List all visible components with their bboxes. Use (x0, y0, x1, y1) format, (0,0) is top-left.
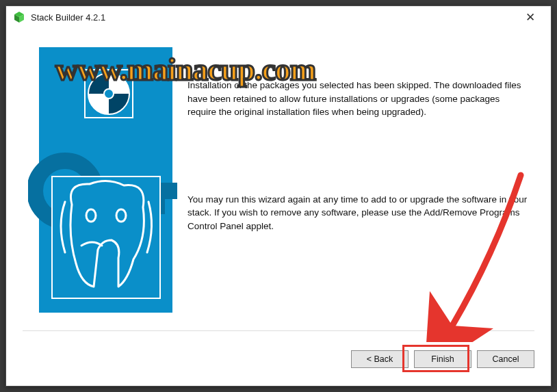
footer-separator (23, 330, 534, 331)
svg-point-10 (116, 209, 126, 222)
rerun-message: You may run this wizard again at any tim… (187, 193, 530, 233)
close-icon[interactable]: ✕ (517, 10, 544, 25)
titlebar: Stack Builder 4.2.1 ✕ (6, 6, 551, 28)
finish-button[interactable]: Finish (414, 350, 471, 368)
svg-point-8 (104, 89, 114, 99)
window-title: Stack Builder 4.2.1 (31, 12, 517, 23)
svg-point-9 (86, 209, 96, 222)
app-icon (13, 11, 25, 23)
wizard-content: Installation of the packages you selecte… (187, 47, 534, 317)
dialog-window: Stack Builder 4.2.1 ✕ www.mainacup.com (5, 5, 552, 387)
watermark-text: www.mainacup.com (55, 51, 315, 88)
cancel-button[interactable]: Cancel (477, 350, 534, 368)
button-row: < Back Finish Cancel (351, 350, 534, 368)
back-button[interactable]: < Back (351, 350, 409, 368)
